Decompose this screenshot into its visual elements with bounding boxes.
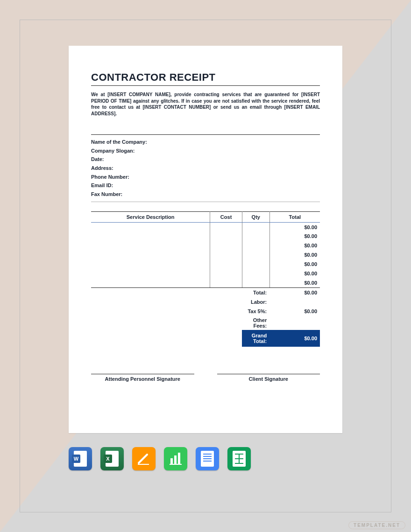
th-cost: Cost bbox=[210, 211, 242, 222]
info-address: Address: bbox=[91, 164, 320, 173]
summary-table: Total:$0.00 Labor: Tax 5%:$0.00 Other Fe… bbox=[91, 288, 320, 347]
numbers-icon[interactable] bbox=[164, 447, 187, 470]
signatures-row: Attending Personnel Signature Client Sig… bbox=[91, 374, 320, 382]
info-fax: Fax Number: bbox=[91, 190, 320, 199]
summary-row-other: Other Fees: bbox=[91, 316, 320, 330]
format-icons-row bbox=[69, 447, 251, 470]
table-row: $0.00 bbox=[91, 259, 320, 269]
word-icon[interactable] bbox=[69, 447, 92, 470]
table-body: $0.00 $0.00 $0.00 $0.00 $0.00 $0.00 $0.0… bbox=[91, 222, 320, 287]
signature-personnel: Attending Personnel Signature bbox=[91, 374, 194, 382]
info-email: Email ID: bbox=[91, 181, 320, 190]
company-info-block: Name of the Company: Company Slogan: Dat… bbox=[91, 134, 320, 202]
info-company-name: Name of the Company: bbox=[91, 138, 320, 147]
info-phone: Phone Number: bbox=[91, 173, 320, 182]
summary-row-grand: Grand Total:$0.00 bbox=[91, 330, 320, 347]
signature-client: Client Signature bbox=[217, 374, 320, 382]
google-sheets-icon[interactable] bbox=[227, 447, 251, 470]
table-row: $0.00 bbox=[91, 231, 320, 241]
table-row: $0.00 bbox=[91, 241, 320, 250]
svg-rect-3 bbox=[178, 453, 180, 464]
info-slogan: Company Slogan: bbox=[91, 147, 320, 155]
pages-icon[interactable] bbox=[132, 447, 156, 470]
table-row: $0.00 bbox=[91, 222, 320, 231]
svg-rect-4 bbox=[170, 464, 182, 465]
th-desc: Service Description bbox=[91, 211, 210, 222]
table-row: $0.00 bbox=[91, 269, 320, 278]
table-row: $0.00 bbox=[91, 278, 320, 287]
document-page: CONTRACTOR RECEIPT We at [INSERT COMPANY… bbox=[69, 46, 342, 433]
table-header-row: Service Description Cost Qty Total bbox=[91, 211, 320, 222]
table-row: $0.00 bbox=[91, 250, 320, 259]
watermark: TEMPLATE.NET bbox=[348, 521, 405, 529]
th-total: Total bbox=[269, 211, 320, 222]
page-title: CONTRACTOR RECEIPT bbox=[91, 71, 320, 86]
svg-rect-0 bbox=[138, 464, 149, 465]
services-table-wrap: Service Description Cost Qty Total $0.00… bbox=[91, 211, 320, 347]
google-docs-icon[interactable] bbox=[196, 447, 219, 470]
th-qty: Qty bbox=[242, 211, 269, 222]
svg-rect-2 bbox=[174, 455, 177, 464]
summary-row-total: Total:$0.00 bbox=[91, 288, 320, 297]
summary-row-labor: Labor: bbox=[91, 297, 320, 307]
svg-rect-1 bbox=[170, 458, 173, 464]
excel-icon[interactable] bbox=[100, 447, 124, 470]
intro-paragraph: We at [INSERT COMPANY NAME], provide con… bbox=[91, 91, 320, 117]
info-date: Date: bbox=[91, 155, 320, 164]
services-table: Service Description Cost Qty Total $0.00… bbox=[91, 211, 320, 288]
summary-row-tax: Tax 5%:$0.00 bbox=[91, 307, 320, 316]
